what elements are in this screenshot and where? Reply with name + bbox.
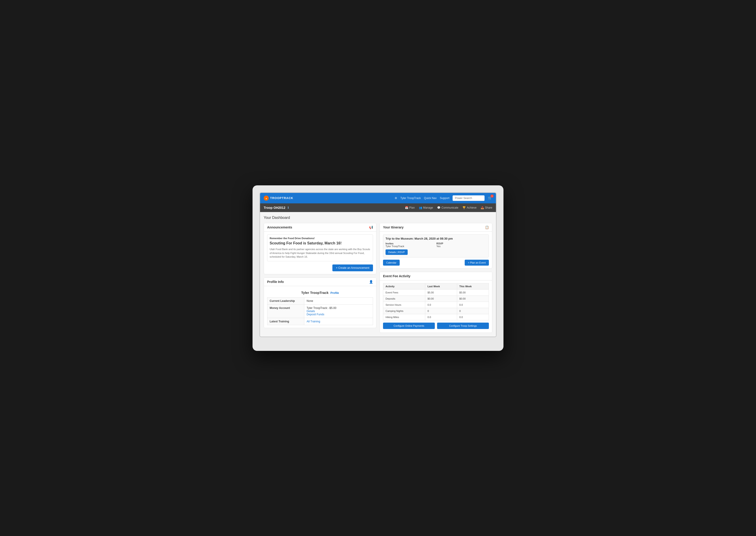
profile-title: Profile Info [267, 280, 284, 284]
megaphone-icon: 📢 [369, 225, 373, 229]
itinerary-event: Trip to the Museum: March 28, 2020 at 08… [383, 234, 489, 257]
announcements-body: Remember the Food Drive Donations! Scout… [264, 232, 376, 274]
top-nav-links: ⚙ Tyler TroopTrack Quick Nav Support 🛒 1 [395, 195, 492, 201]
search-input[interactable] [452, 195, 485, 201]
configure-settings-button[interactable]: Configure Troop Settings [437, 322, 489, 329]
table-row: Deposits $0.00 $0.00 [383, 295, 489, 302]
profile-icon: 👤 [369, 280, 373, 284]
itinerary-header: Your Itinerary 📋 [380, 223, 492, 232]
laptop-screen: 🔥 TROOPTRACK ⚙ Tyler TroopTrack Quick Na… [259, 192, 497, 337]
fee-footer: Configure Online Payments Configure Troo… [383, 320, 489, 330]
table-row: Service Hours 0.0 0.0 [383, 302, 489, 308]
last-week-cell: 0.0 [425, 314, 457, 320]
event-fee-header: Event Fee Activity [380, 272, 492, 281]
invites-section: Invites Tyler TroopTrack [385, 242, 436, 248]
activity-cell: Service Hours [383, 302, 425, 308]
announcement-label: Remember the Food Drive Donations! [270, 237, 371, 240]
info-icon[interactable]: ℹ [288, 206, 289, 209]
itinerary-title: Your Itinerary [383, 225, 404, 229]
announcement-box: Remember the Food Drive Donations! Scout… [267, 234, 373, 261]
last-week-cell: 0.0 [425, 302, 457, 308]
create-announcement-button[interactable]: + Create an Announcement [332, 264, 373, 271]
nav-communicate[interactable]: 💬 Communicate [437, 206, 458, 209]
left-column: Announcements 📢 Remember the Food Drive … [264, 223, 377, 333]
main-content: Your Dashboard Announcements 📢 Remember … [260, 212, 496, 337]
announcement-body: Utah Food Bank and its partner agencies … [270, 247, 371, 259]
announcements-card: Announcements 📢 Remember the Food Drive … [264, 223, 377, 274]
event-fee-card: Event Fee Activity Activity Last Week Th… [379, 272, 492, 333]
this-week-cell: $5.00 [457, 289, 488, 295]
last-week-cell: $5.00 [425, 289, 457, 295]
table-row: Latest Training All Training [268, 318, 373, 325]
brand-logo[interactable]: 🔥 TROOPTRACK [264, 196, 293, 201]
table-row: Event Fees $5.00 $5.00 [383, 289, 489, 295]
brand-icon: 🔥 [264, 196, 269, 201]
top-nav: 🔥 TROOPTRACK ⚙ Tyler TroopTrack Quick Na… [260, 193, 496, 203]
table-row: Money Account Tyler TroopTrack: -$5.00 D… [268, 304, 373, 318]
brand-name: TROOPTRACK [270, 196, 293, 200]
col-activity: Activity [383, 283, 425, 289]
nav-achieve[interactable]: 🏆 Achieve [462, 206, 477, 209]
this-week-cell: 0 [457, 308, 488, 314]
fee-table-header-row: Activity Last Week This Week [383, 283, 489, 289]
activity-cell: Hiking Miles [383, 314, 425, 320]
itinerary-body: Trip to the Museum: March 28, 2020 at 08… [380, 232, 492, 268]
secondary-nav-links: 📅 Plan 👥 Manage 💬 Communicate 🏆 Achieve … [405, 206, 492, 209]
activity-cell: Event Fees [383, 289, 425, 295]
itinerary-card: Your Itinerary 📋 Trip to the Museum: Mar… [379, 223, 492, 269]
profile-body: Tyler TroopTrack Profile Current Leaders… [264, 286, 376, 328]
announcements-header: Announcements 📢 [264, 223, 376, 232]
all-training-link[interactable]: All Training [306, 320, 320, 323]
announcement-footer: + Create an Announcement [267, 264, 373, 271]
announcement-title: Scouting For Food is Saturday, March 16! [270, 241, 371, 246]
user-name-link[interactable]: Tyler TroopTrack [400, 196, 421, 200]
details-link[interactable]: Details [306, 310, 315, 313]
page-title: Your Dashboard [264, 216, 492, 220]
dashboard-grid: Announcements 📢 Remember the Food Drive … [264, 223, 492, 333]
invites-value: Tyler TroopTrack [385, 245, 436, 248]
profile-info-card: Profile Info 👤 Tyler TroopTrack Profile … [264, 278, 377, 328]
cart-icon[interactable]: 🛒 1 [488, 196, 492, 200]
announcements-title: Announcements [267, 225, 292, 229]
table-row: Hiking Miles 0.0 0.0 [383, 314, 489, 320]
profile-name: Tyler TroopTrack Profile [267, 289, 373, 296]
quick-nav-link[interactable]: Quick Nav [424, 196, 437, 200]
last-week-cell: 0 [425, 308, 457, 314]
invites-label: Invites [385, 242, 436, 245]
troop-name: Troop OH2012 [264, 206, 285, 210]
event-details-grid: Invites Tyler TroopTrack RSVP Yes [385, 242, 486, 248]
this-week-cell: $0.00 [457, 295, 488, 302]
last-week-cell: $0.00 [425, 295, 457, 302]
rsvp-section: RSVP Yes [436, 242, 486, 248]
details-rsvp-button[interactable]: Details | RSVP [385, 250, 408, 255]
event-fee-title: Event Fee Activity [383, 274, 411, 278]
event-fee-body: Activity Last Week This Week Event Fees … [380, 281, 492, 333]
configure-payments-button[interactable]: Configure Online Payments [383, 322, 435, 329]
this-week-cell: 0.0 [457, 302, 488, 308]
money-label: Money Account [268, 304, 304, 318]
cart-badge: 1 [490, 194, 494, 198]
col-this-week: This Week [457, 283, 488, 289]
nav-plan[interactable]: 📅 Plan [405, 206, 415, 209]
leadership-value: None [304, 297, 373, 304]
activity-cell: Deposits [383, 295, 425, 302]
copy-icon: 📋 [485, 225, 489, 229]
money-value: Tyler TroopTrack: -$5.00 Details Deposit… [304, 304, 373, 318]
support-link[interactable]: Support [440, 196, 450, 200]
profile-link[interactable]: Profile [330, 291, 339, 294]
itinerary-footer: Calendar + Plan an Event [383, 260, 489, 266]
rsvp-value: Yes [436, 245, 486, 248]
event-title: Trip to the Museum: March 28, 2020 at 08… [385, 237, 486, 240]
settings-icon[interactable]: ⚙ [395, 196, 397, 200]
profile-table: Current Leadership None Money Account Ty… [267, 297, 373, 325]
col-last-week: Last Week [425, 283, 457, 289]
calendar-button[interactable]: Calendar [383, 260, 400, 266]
nav-share[interactable]: 📤 Share [481, 206, 492, 209]
deposit-link[interactable]: Deposit Funds [306, 313, 324, 316]
nav-manage[interactable]: 👥 Manage [419, 206, 433, 209]
plan-event-button[interactable]: + Plan an Event [465, 260, 489, 266]
fee-table: Activity Last Week This Week Event Fees … [383, 283, 489, 320]
rsvp-label: RSVP [436, 242, 486, 245]
training-value: All Training [304, 318, 373, 325]
right-column: Your Itinerary 📋 Trip to the Museum: Mar… [379, 223, 492, 333]
